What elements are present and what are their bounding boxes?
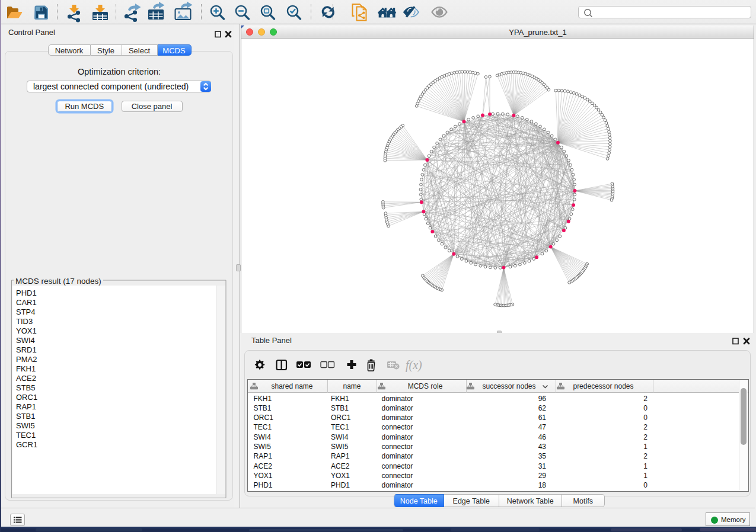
- svg-text:f(x): f(x): [406, 358, 422, 372]
